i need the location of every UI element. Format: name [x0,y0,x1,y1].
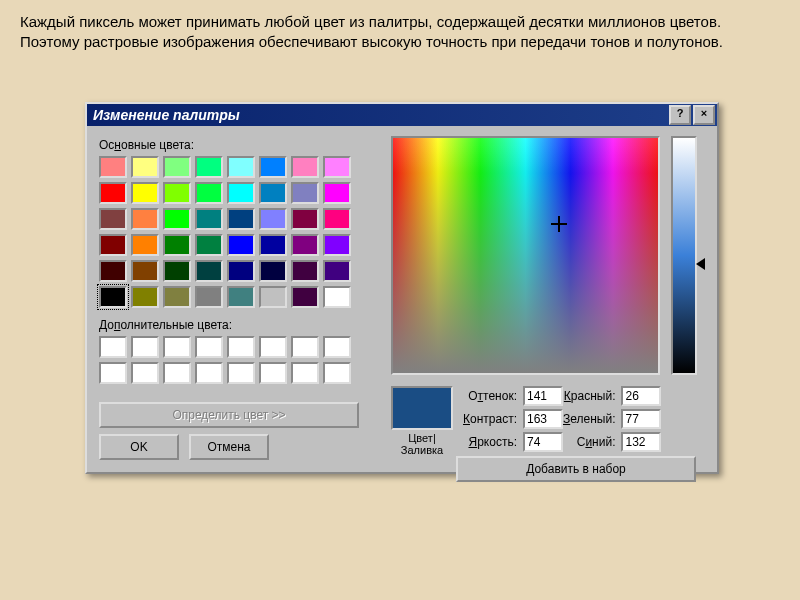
crosshair-icon [551,216,567,232]
custom-colors-grid [99,336,379,384]
basic-swatch[interactable] [323,260,351,282]
hue-label: Оттенок: [463,389,517,403]
preview-label: Цвет|Заливка [391,432,453,456]
custom-swatch[interactable] [227,336,255,358]
basic-swatch[interactable] [99,156,127,178]
custom-colors-label: Дополнительные цвета: [99,318,379,332]
basic-swatch[interactable] [227,208,255,230]
cancel-button[interactable]: Отмена [189,434,269,460]
ok-button[interactable]: OK [99,434,179,460]
close-button[interactable]: × [693,105,715,125]
basic-swatch[interactable] [131,182,159,204]
custom-swatch[interactable] [131,362,159,384]
red-input[interactable] [621,386,661,406]
basic-swatch[interactable] [99,234,127,256]
basic-swatch[interactable] [99,208,127,230]
basic-colors-grid [99,156,379,308]
sat-input[interactable] [523,409,563,429]
hue-input[interactable] [523,386,563,406]
custom-swatch[interactable] [195,336,223,358]
basic-swatch[interactable] [259,182,287,204]
basic-swatch[interactable] [323,208,351,230]
basic-swatch[interactable] [323,156,351,178]
basic-swatch[interactable] [131,286,159,308]
sat-label: Контраст: [463,412,517,426]
basic-swatch[interactable] [163,208,191,230]
color-fields: Оттенок: Красный: Контраст: Зеленый: Ярк… [463,386,655,452]
basic-swatch[interactable] [259,208,287,230]
basic-swatch[interactable] [259,234,287,256]
custom-swatch[interactable] [99,362,127,384]
custom-swatch[interactable] [291,362,319,384]
basic-swatch[interactable] [195,208,223,230]
custom-swatch[interactable] [163,336,191,358]
custom-swatch[interactable] [99,336,127,358]
dialog-title: Изменение палитры [93,107,240,123]
basic-swatch[interactable] [227,286,255,308]
basic-swatch[interactable] [195,182,223,204]
red-label: Красный: [563,389,616,403]
basic-swatch[interactable] [99,286,127,308]
define-color-button: Определить цвет >> [99,402,359,428]
lum-label: Яркость: [463,435,517,449]
basic-swatch[interactable] [99,260,127,282]
help-button[interactable]: ? [669,105,691,125]
basic-swatch[interactable] [291,182,319,204]
basic-swatch[interactable] [323,234,351,256]
basic-swatch[interactable] [323,286,351,308]
basic-swatch[interactable] [163,182,191,204]
lum-input[interactable] [523,432,563,452]
basic-swatch[interactable] [227,260,255,282]
custom-swatch[interactable] [259,362,287,384]
green-label: Зеленый: [563,412,616,426]
basic-swatch[interactable] [163,286,191,308]
basic-colors-label: Основные цвета: [99,138,379,152]
basic-swatch[interactable] [163,234,191,256]
basic-swatch[interactable] [291,234,319,256]
custom-swatch[interactable] [195,362,223,384]
basic-swatch[interactable] [259,286,287,308]
custom-swatch[interactable] [323,362,351,384]
titlebar[interactable]: Изменение палитры ? × [87,104,717,126]
blue-label: Синий: [563,435,616,449]
basic-swatch[interactable] [259,260,287,282]
basic-swatch[interactable] [195,234,223,256]
custom-swatch[interactable] [323,336,351,358]
basic-swatch[interactable] [227,234,255,256]
basic-swatch[interactable] [99,182,127,204]
add-to-custom-button[interactable]: Добавить в набор [456,456,696,482]
basic-swatch[interactable] [195,156,223,178]
basic-swatch[interactable] [227,156,255,178]
basic-swatch[interactable] [259,156,287,178]
page-description: Каждый пиксель может принимать любой цве… [0,0,800,61]
basic-swatch[interactable] [163,156,191,178]
basic-swatch[interactable] [195,260,223,282]
custom-swatch[interactable] [291,336,319,358]
basic-swatch[interactable] [131,260,159,282]
color-preview [391,386,453,430]
custom-swatch[interactable] [259,336,287,358]
color-dialog: Изменение палитры ? × Основные цвета: До… [85,102,719,474]
basic-swatch[interactable] [131,234,159,256]
add-button-label: Добавить в набор [526,462,626,476]
basic-swatch[interactable] [323,182,351,204]
basic-swatch[interactable] [131,156,159,178]
blue-input[interactable] [621,432,661,452]
basic-swatch[interactable] [291,156,319,178]
luminance-slider[interactable] [671,136,697,375]
color-gradient[interactable] [391,136,660,375]
basic-swatch[interactable] [195,286,223,308]
basic-swatch[interactable] [227,182,255,204]
basic-swatch[interactable] [291,260,319,282]
custom-swatch[interactable] [131,336,159,358]
luminance-arrow-icon[interactable] [696,258,705,270]
custom-swatch[interactable] [227,362,255,384]
basic-swatch[interactable] [131,208,159,230]
custom-swatch[interactable] [163,362,191,384]
green-input[interactable] [621,409,661,429]
basic-swatch[interactable] [291,208,319,230]
basic-swatch[interactable] [291,286,319,308]
basic-swatch[interactable] [163,260,191,282]
